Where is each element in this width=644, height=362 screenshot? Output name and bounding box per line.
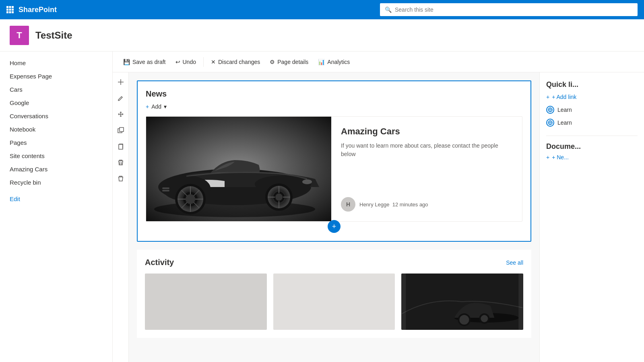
- page-main: News + Add ▾: [113, 72, 644, 362]
- news-author-row: H Henry Legge 12 minutes ago: [341, 197, 512, 212]
- site-name: TestSite: [35, 30, 72, 41]
- add-link-plus-icon: +: [546, 94, 549, 100]
- author-info: Henry Legge 12 minutes ago: [359, 202, 428, 208]
- page-details-icon: ⚙: [270, 59, 275, 65]
- add-news-row[interactable]: + Add ▾: [146, 103, 522, 110]
- main-layout: Home Expenses Page Cars Google Conversat…: [0, 51, 644, 362]
- globe-icon-2: [546, 119, 554, 127]
- save-icon: 💾: [123, 59, 130, 65]
- activity-card-3: [401, 274, 523, 330]
- svg-rect-4: [9, 9, 11, 11]
- sidebar: Home Expenses Page Cars Google Conversat…: [0, 51, 113, 362]
- svg-rect-10: [120, 128, 124, 132]
- svg-rect-39: [162, 190, 169, 191]
- svg-rect-7: [9, 11, 11, 13]
- content-area: 💾 Save as draft ↩ Undo ✕ Discard changes…: [113, 51, 644, 362]
- news-webpart: News + Add ▾: [137, 80, 531, 242]
- waffle-icon[interactable]: [6, 6, 14, 13]
- search-box[interactable]: 🔍: [380, 3, 638, 16]
- sidebar-item-pages[interactable]: Pages: [0, 136, 112, 149]
- edit-webpart-icon[interactable]: [114, 92, 127, 105]
- analytics-button[interactable]: 📊 Analytics: [314, 56, 354, 68]
- canvas-area: News + Add ▾: [129, 72, 539, 362]
- webpart-toolbar: [113, 72, 129, 362]
- news-webpart-title: News: [146, 89, 522, 99]
- svg-rect-6: [6, 11, 8, 13]
- svg-rect-2: [12, 6, 14, 8]
- undo-icon: ↩: [175, 59, 180, 65]
- site-header: T TestSite: [0, 19, 644, 51]
- page-details-button[interactable]: ⚙ Page details: [266, 56, 312, 68]
- discard-icon: ✕: [211, 59, 216, 65]
- copy-icon[interactable]: [114, 140, 127, 153]
- sidebar-item-notebook[interactable]: Notebook: [0, 123, 112, 136]
- activity-card-2: [273, 274, 395, 330]
- news-card-content: Amazing Cars If you want to learn more a…: [331, 117, 522, 221]
- undo-button[interactable]: ↩ Undo: [171, 56, 200, 68]
- duplicate-icon[interactable]: [114, 124, 127, 137]
- svg-rect-1: [9, 6, 11, 8]
- news-card-image: [146, 117, 331, 221]
- sidebar-item-amazing-cars[interactable]: Amazing Cars: [0, 162, 112, 176]
- see-all-link[interactable]: See all: [506, 259, 523, 266]
- sidebar-item-google[interactable]: Google: [0, 96, 112, 109]
- toolbar-divider-1: [203, 57, 204, 67]
- sidebar-item-site-contents[interactable]: Site contents: [0, 149, 112, 162]
- add-section-icon[interactable]: [114, 76, 127, 88]
- activity-title: Activity: [145, 258, 174, 267]
- search-icon: 🔍: [385, 6, 392, 13]
- sidebar-item-recycle-bin[interactable]: Recycle bin: [0, 176, 112, 189]
- add-link-button[interactable]: + + Add link: [546, 94, 638, 100]
- plus-icon: +: [146, 103, 149, 110]
- svg-rect-0: [6, 6, 8, 8]
- news-card-title: Amazing Cars: [341, 126, 512, 137]
- trash-icon[interactable]: [114, 172, 127, 185]
- delete-icon[interactable]: [114, 156, 127, 169]
- topbar: SharePoint 🔍: [0, 0, 644, 19]
- documents-title: Docume...: [546, 142, 638, 151]
- learn-link-1[interactable]: Learn: [546, 103, 638, 116]
- sidebar-item-conversations[interactable]: Conversations: [0, 109, 112, 123]
- svg-rect-11: [119, 144, 123, 149]
- save-draft-button[interactable]: 💾 Save as draft: [119, 56, 170, 68]
- sidebar-item-edit[interactable]: Edit: [0, 192, 112, 206]
- new-doc-icon: +: [546, 154, 549, 160]
- svg-rect-38: [162, 187, 169, 189]
- chevron-down-icon: ▾: [164, 103, 167, 110]
- search-input[interactable]: [395, 6, 633, 13]
- svg-point-37: [302, 179, 312, 184]
- analytics-icon: 📊: [318, 59, 325, 65]
- add-section-button[interactable]: +: [328, 220, 341, 233]
- sidebar-item-home[interactable]: Home: [0, 56, 112, 70]
- activity-section-header: Activity See all: [145, 258, 523, 267]
- svg-point-45: [481, 315, 488, 322]
- activity-cards: [145, 274, 523, 330]
- right-panel: Quick li... + + Add link Learn Learn: [539, 72, 644, 362]
- site-logo[interactable]: T: [10, 26, 29, 45]
- svg-point-43: [460, 315, 469, 325]
- sidebar-item-cars[interactable]: Cars: [0, 83, 112, 96]
- activity-section: Activity See all: [137, 250, 531, 338]
- news-card[interactable]: Amazing Cars If you want to learn more a…: [146, 116, 522, 222]
- right-divider: [546, 136, 638, 136]
- svg-rect-5: [12, 9, 14, 11]
- activity-card-1: [145, 274, 267, 330]
- edit-toolbar: 💾 Save as draft ↩ Undo ✕ Discard changes…: [113, 51, 644, 72]
- app-title: SharePoint: [19, 6, 57, 14]
- sidebar-item-expenses-page[interactable]: Expenses Page: [0, 70, 112, 83]
- discard-button[interactable]: ✕ Discard changes: [207, 56, 264, 68]
- move-icon[interactable]: [114, 108, 127, 121]
- globe-icon-1: [546, 106, 554, 114]
- svg-rect-8: [12, 11, 14, 13]
- quick-links-title: Quick li...: [546, 80, 638, 89]
- svg-point-32: [275, 193, 283, 201]
- svg-rect-3: [6, 9, 8, 11]
- learn-link-2[interactable]: Learn: [546, 116, 638, 129]
- new-document-button[interactable]: + + Ne...: [546, 154, 638, 160]
- author-avatar: H: [341, 197, 355, 212]
- news-card-description: If you want to learn more about cars, pl…: [341, 142, 512, 158]
